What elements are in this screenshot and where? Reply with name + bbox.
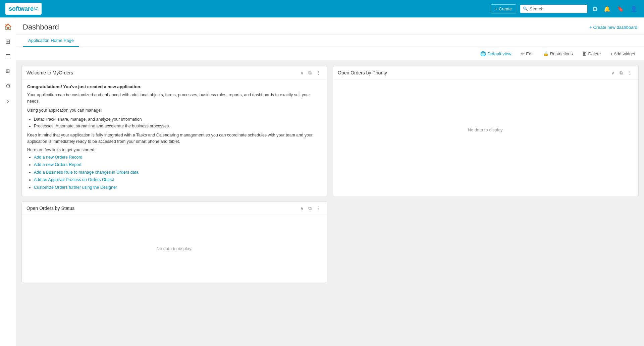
welcome-links-intro: Here are few links to get you started:: [27, 148, 322, 152]
top-navbar: softwareAG + Create 🔍 ⊞ 🔔 🔖 👤: [0, 0, 644, 17]
logo: softwareAG: [5, 3, 42, 15]
page-title: Dashboard: [23, 23, 59, 32]
create-new-dashboard-link[interactable]: + Create new dashboard: [589, 25, 637, 30]
grid-icon-button[interactable]: ⊞: [591, 4, 598, 13]
welcome-more-button[interactable]: ⋮: [315, 70, 322, 76]
link-item-2: Add a new Orders Report: [34, 161, 322, 169]
dashboard-area: 🌐 Default view ✏ Edit 🔒 Restrictions 🗑 D…: [16, 47, 644, 346]
link-customize-orders[interactable]: Customize Orders further using the Desig…: [34, 185, 117, 190]
widget-grid-row2: Open Orders by Status ∧ ⧉ ⋮: [16, 196, 644, 288]
main-layout: 🏠 ⊞ ☰ ⊞ ⚙ › Dashboard + Create new dashb…: [0, 17, 644, 346]
welcome-links-list: Add a new Orders Record Add a new Orders…: [34, 154, 322, 191]
link-approval-process[interactable]: Add an Approval Process on Orders Object: [34, 177, 114, 182]
status-expand-button[interactable]: ⧉: [307, 205, 313, 211]
sidebar-item-expand[interactable]: ›: [1, 94, 15, 107]
welcome-para3: Keep in mind that your application is fu…: [27, 132, 322, 145]
search-icon: 🔍: [523, 6, 528, 11]
dashboard-toolbar: 🌐 Default view ✏ Edit 🔒 Restrictions 🗑 D…: [16, 47, 644, 61]
default-view-button[interactable]: 🌐 Default view: [478, 50, 513, 58]
welcome-para2: Using your application you can manage:: [27, 107, 322, 114]
tab-bar: Application Home Page: [16, 35, 644, 47]
chevron-up-icon: ∧: [300, 70, 304, 75]
priority-widget-controls: ∧ ⧉ ⋮: [610, 70, 634, 76]
more-icon3: ⋮: [316, 206, 321, 211]
logo-ag: AG: [34, 7, 38, 11]
priority-no-data-text: No data to display.: [468, 127, 504, 132]
sidebar-item-menu[interactable]: ☰: [1, 50, 15, 63]
link-item-5: Customize Orders further using the Desig…: [34, 184, 322, 191]
status-more-button[interactable]: ⋮: [315, 205, 322, 211]
priority-widget: Open Orders by Priority ∧ ⧉ ⋮: [333, 66, 639, 196]
priority-widget-body: No data to display.: [333, 79, 638, 180]
status-widget-title: Open Orders by Status: [26, 206, 74, 211]
sidebar: 🏠 ⊞ ☰ ⊞ ⚙ ›: [0, 17, 16, 346]
create-button[interactable]: + Create: [491, 4, 516, 13]
status-widget: Open Orders by Status ∧ ⧉ ⋮: [21, 201, 327, 282]
home-icon: 🏠: [4, 23, 12, 31]
globe-icon: 🌐: [480, 51, 486, 56]
welcome-congrats-text: Congratulations! You've just created a n…: [27, 84, 322, 89]
dashboard-icon: ⊞: [5, 38, 10, 45]
welcome-bullet-1: Data: Track, share, manage, and analyze …: [34, 116, 322, 123]
chevron-up-icon3: ∧: [300, 206, 304, 211]
priority-widget-title: Open Orders by Priority: [338, 70, 387, 75]
user-icon-button[interactable]: 👤: [629, 4, 639, 13]
trash-icon: 🗑: [582, 51, 587, 56]
more-icon2: ⋮: [628, 70, 632, 75]
settings-icon: ⚙: [5, 82, 11, 90]
edit-button[interactable]: ✏ Edit: [519, 50, 535, 58]
welcome-widget-header: Welcome to MyOrders ∧ ⧉ ⋮: [22, 66, 327, 79]
status-collapse-button[interactable]: ∧: [299, 205, 305, 211]
welcome-bullet-2: Processes: Automate, streamline and acce…: [34, 123, 322, 129]
expand-widget-icon: ⧉: [308, 70, 312, 75]
page-header: Dashboard + Create new dashboard: [16, 17, 644, 35]
main-content: Dashboard + Create new dashboard Applica…: [16, 17, 644, 346]
search-wrapper: 🔍: [520, 5, 587, 13]
welcome-bullets: Data: Track, share, manage, and analyze …: [34, 116, 322, 129]
tab-application-home-page[interactable]: Application Home Page: [23, 35, 79, 47]
logo-text: software: [9, 5, 34, 12]
lock-icon: 🔒: [543, 51, 549, 56]
sidebar-item-settings[interactable]: ⚙: [1, 79, 15, 93]
delete-button[interactable]: 🗑 Delete: [580, 50, 603, 58]
bookmark-icon-button[interactable]: 🔖: [616, 4, 625, 13]
priority-collapse-button[interactable]: ∧: [610, 70, 616, 76]
priority-widget-header: Open Orders by Priority ∧ ⧉ ⋮: [333, 66, 638, 79]
status-widget-header: Open Orders by Status ∧ ⧉ ⋮: [22, 202, 327, 215]
link-item-3: Add a Business Rule to manage changes in…: [34, 169, 322, 176]
pencil-icon: ✏: [521, 51, 525, 56]
link-item-4: Add an Approval Process on Orders Object: [34, 176, 322, 184]
welcome-widget-controls: ∧ ⧉ ⋮: [299, 70, 322, 76]
expand-widget-icon3: ⧉: [308, 206, 312, 211]
welcome-para1: Your application can be customized and e…: [27, 92, 322, 105]
add-widget-button[interactable]: + Add widget: [608, 50, 637, 58]
sidebar-item-home[interactable]: 🏠: [1, 20, 15, 34]
welcome-widget-title: Welcome to MyOrders: [26, 70, 73, 75]
welcome-collapse-button[interactable]: ∧: [299, 70, 305, 76]
top-nav-left: softwareAG: [5, 3, 42, 15]
sidebar-item-dashboard[interactable]: ⊞: [1, 35, 15, 48]
welcome-widget-body: Congratulations! You've just created a n…: [22, 79, 327, 196]
status-no-data-text: No data to display.: [157, 246, 193, 251]
link-business-rule[interactable]: Add a Business Rule to manage changes in…: [34, 170, 139, 175]
welcome-widget: Welcome to MyOrders ∧ ⧉ ⋮: [21, 66, 327, 196]
status-widget-body: No data to display.: [22, 215, 327, 282]
link-orders-report[interactable]: Add a new Orders Report: [34, 162, 82, 167]
widget-grid-row1: Welcome to MyOrders ∧ ⧉ ⋮: [16, 61, 644, 196]
link-orders-record[interactable]: Add a new Orders Record: [34, 155, 83, 160]
grid-empty-placeholder: [333, 201, 639, 282]
widgets-icon: ⊞: [6, 68, 10, 74]
priority-more-button[interactable]: ⋮: [626, 70, 634, 76]
top-nav-right: + Create 🔍 ⊞ 🔔 🔖 👤: [491, 4, 639, 13]
bell-icon-button[interactable]: 🔔: [602, 4, 612, 13]
welcome-expand-button[interactable]: ⧉: [307, 70, 313, 76]
status-widget-controls: ∧ ⧉ ⋮: [299, 205, 322, 211]
sidebar-item-widgets[interactable]: ⊞: [1, 64, 15, 78]
link-item-1: Add a new Orders Record: [34, 154, 322, 161]
chevron-up-icon2: ∧: [611, 70, 615, 75]
search-input[interactable]: [520, 5, 587, 13]
expand-icon: ›: [7, 97, 9, 105]
restrictions-button[interactable]: 🔒 Restrictions: [541, 50, 575, 58]
expand-widget-icon2: ⧉: [620, 70, 623, 75]
priority-expand-button[interactable]: ⧉: [618, 70, 624, 76]
